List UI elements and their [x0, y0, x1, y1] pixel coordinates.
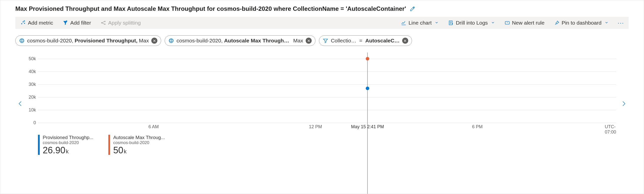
pill-agg: Max [293, 38, 303, 44]
prev-time-button[interactable] [15, 99, 25, 108]
line-chart[interactable]: 010k20k30k40k50k [38, 52, 616, 123]
chevron-down-icon [435, 20, 439, 26]
y-tick-label: 10k [29, 107, 36, 113]
logs-icon [448, 20, 454, 26]
new-alert-button[interactable]: New alert rule [502, 18, 547, 27]
pill-scope: cosmos-build-2020, [176, 38, 222, 43]
edit-title-icon[interactable] [410, 6, 415, 12]
splitting-icon [101, 20, 106, 26]
add-metric-label: Add metric [28, 20, 53, 26]
svg-point-2 [24, 23, 25, 24]
chart-type-label: Line chart [408, 20, 432, 26]
y-tick-label: 0 [33, 120, 36, 125]
chevron-down-icon [491, 20, 495, 26]
add-filter-label: Add filter [70, 20, 91, 26]
apply-splitting-button: Apply splitting [98, 18, 143, 27]
hover-marker-dot [366, 57, 369, 60]
cosmos-icon [168, 38, 174, 43]
svg-point-5 [105, 24, 105, 25]
pin-dashboard-button[interactable]: Pin to dashboard [551, 18, 611, 27]
svg-point-0 [21, 23, 22, 24]
filter-key: Collectio… [331, 38, 356, 43]
chart-type-button[interactable]: Line chart [398, 18, 441, 27]
chart-toolbar: Add metric Add filter Apply splitting Li… [15, 17, 629, 29]
filter-icon [63, 20, 68, 26]
line-chart-icon [401, 20, 406, 26]
hover-marker-dot [366, 87, 369, 90]
alert-icon [504, 20, 510, 26]
add-metric-icon [20, 20, 26, 26]
pill-scope: cosmos-build-2020, [27, 38, 73, 43]
drill-logs-button[interactable]: Drill into Logs [446, 18, 497, 27]
x-tick-label: 6 AM [148, 124, 159, 130]
apply-splitting-label: Apply splitting [108, 20, 141, 26]
more-actions-button[interactable]: ··· [616, 19, 626, 27]
pill-metric: Provisioned Throughput, [75, 38, 137, 43]
add-filter-button[interactable]: Add filter [60, 18, 94, 27]
hover-time-label: May 15 2:41 PM [351, 124, 384, 130]
metric-pill-provisioned[interactable]: cosmos-build-2020, Provisioned Throughpu… [15, 35, 161, 46]
svg-point-4 [105, 21, 105, 22]
add-metric-button[interactable]: Add metric [18, 18, 56, 27]
filter-op: = [359, 38, 362, 43]
close-icon[interactable]: ✕ [306, 38, 312, 44]
y-tick-label: 20k [29, 95, 36, 100]
filter-value: AutoscaleC… [365, 38, 400, 43]
filter-pill[interactable]: Collectio… = AutoscaleC… ✕ [319, 35, 412, 46]
new-alert-label: New alert rule [512, 20, 545, 26]
page-title: Max Provisioned Throughput and Max Autos… [15, 5, 406, 12]
chevron-down-icon [605, 20, 609, 26]
drill-logs-label: Drill into Logs [456, 20, 488, 26]
pill-metric: Autoscale Max Through… [224, 38, 289, 43]
close-icon[interactable]: ✕ [151, 38, 157, 44]
x-tick-label: 12 PM [309, 124, 322, 130]
pill-agg: Max [139, 38, 149, 43]
close-icon[interactable]: ✕ [402, 38, 408, 44]
y-tick-label: 40k [29, 69, 36, 74]
filter-icon [323, 38, 328, 43]
svg-point-1 [23, 22, 24, 22]
pin-dashboard-label: Pin to dashboard [562, 20, 602, 26]
x-tick-label: 6 PM [472, 124, 483, 130]
next-time-button[interactable] [619, 99, 629, 108]
cosmos-icon [19, 38, 25, 43]
metric-pill-autoscale[interactable]: cosmos-build-2020, Autoscale Max Through… [165, 35, 315, 46]
pin-icon [554, 20, 560, 26]
y-tick-label: 50k [29, 56, 36, 61]
timezone-label: UTC-07:00 [605, 124, 616, 135]
y-tick-label: 30k [29, 82, 36, 87]
x-axis: 6 AM12 PM6 PMMay 15 2:41 PMUTC-07:00 [38, 124, 616, 131]
